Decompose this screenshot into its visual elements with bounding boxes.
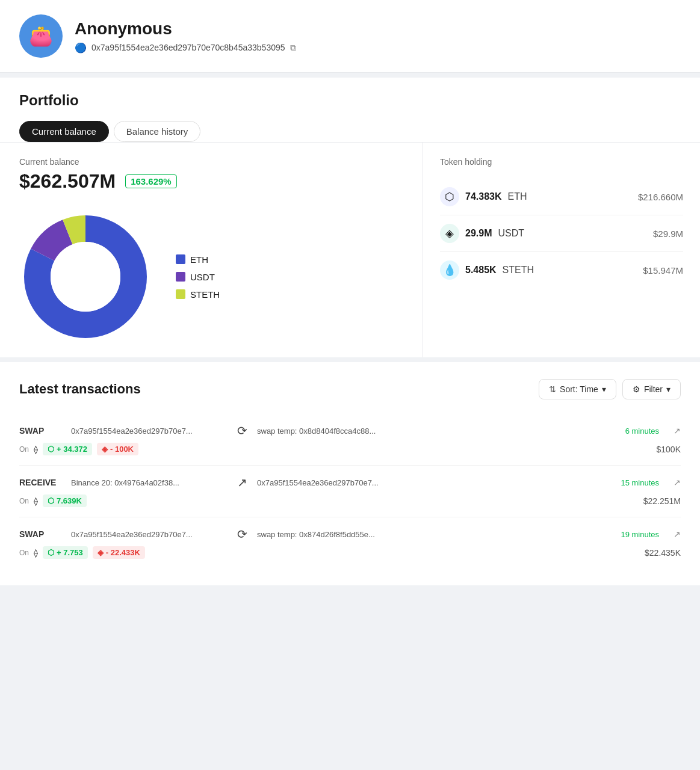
tx-arrow-1: ↗ bbox=[237, 475, 247, 490]
steth-symbol: STETH bbox=[503, 265, 534, 276]
balance-label: Current balance bbox=[19, 157, 403, 167]
tx-row1-2: SWAP 0x7a95f1554ea2e36ed297b70e7... ⟳ sw… bbox=[19, 527, 681, 541]
plus-icon-1: ⬡ bbox=[48, 496, 54, 505]
donut-svg bbox=[19, 211, 152, 343]
tx-chain-icon-1: ⟠ bbox=[34, 496, 38, 506]
chart-legend: ETH USDT STETH bbox=[176, 254, 220, 300]
eth-icon: ⬡ bbox=[440, 187, 459, 206]
portfolio-tabs: Current balance Balance history bbox=[19, 121, 681, 142]
plus-icon-2: ⬡ bbox=[48, 548, 54, 557]
tx-tag-plus-2: ⬡ + 7.753 bbox=[43, 546, 88, 559]
transactions-section: Latest transactions ⇅ Sort: Time ▾ ⚙ Fil… bbox=[0, 362, 700, 585]
legend-label-eth: ETH bbox=[190, 254, 208, 265]
sort-label: Sort: Time bbox=[560, 384, 598, 394]
balance-left-panel: Current balance $262.507M 163.629% bbox=[0, 143, 423, 357]
tx-type-1: RECEIVE bbox=[19, 478, 61, 487]
sort-button[interactable]: ⇅ Sort: Time ▾ bbox=[539, 379, 616, 399]
legend-label-steth: STETH bbox=[190, 289, 220, 300]
tx-from-0: 0x7a95f1554ea2e36ed297b70e7... bbox=[71, 427, 228, 436]
header-controls: ⇅ Sort: Time ▾ ⚙ Filter ▾ bbox=[539, 379, 681, 399]
tx-row2-2: On ⟠ ⬡ + 7.753 ◈ - 22.433K $22.435K bbox=[19, 546, 681, 559]
legend-label-usdt: USDT bbox=[190, 272, 215, 282]
token-row-eth: ⬡ 74.383K ETH $216.660M bbox=[440, 179, 683, 215]
tx-tag-plus-0: ⬡ + 34.372 bbox=[43, 443, 92, 455]
usdt-amount: 29.9M bbox=[465, 228, 492, 239]
tx-value-1: $22.251M bbox=[643, 496, 681, 506]
transaction-row-0: SWAP 0x7a95f1554ea2e36ed297b70e7... ⟳ sw… bbox=[19, 414, 681, 466]
filter-chevron-icon: ▾ bbox=[666, 384, 671, 394]
usdt-icon: ◈ bbox=[440, 224, 459, 243]
token-left-usdt: ◈ 29.9M USDT bbox=[440, 224, 524, 243]
token-row-usdt: ◈ 29.9M USDT $29.9M bbox=[440, 215, 683, 252]
token-row-steth: 💧 5.485K STETH $15.947M bbox=[440, 252, 683, 288]
token-left-eth: ⬡ 74.383K ETH bbox=[440, 187, 527, 206]
tx-on-2: On bbox=[19, 549, 29, 557]
usdt-symbol: USDT bbox=[498, 228, 524, 239]
filter-button[interactable]: ⚙ Filter ▾ bbox=[622, 379, 681, 399]
tx-to-1: 0x7a95f1554ea2e36ed297b70e7... bbox=[257, 478, 413, 487]
tx-row1-1: RECEIVE Binance 20: 0x4976a4a02f38... ↗ … bbox=[19, 475, 681, 490]
filter-label: Filter bbox=[644, 384, 663, 394]
minus-icon-2: ◈ bbox=[98, 548, 104, 557]
tx-value-2: $22.435K bbox=[645, 548, 681, 558]
tx-time-1: 15 minutes bbox=[621, 478, 659, 487]
steth-icon: 💧 bbox=[440, 260, 459, 280]
transactions-header: Latest transactions ⇅ Sort: Time ▾ ⚙ Fil… bbox=[19, 379, 681, 399]
eth-amount: 74.383K bbox=[465, 191, 502, 202]
tab-balance-history[interactable]: Balance history bbox=[114, 121, 201, 142]
transactions-title: Latest transactions bbox=[19, 381, 141, 397]
tx-chain-icon-0: ⟠ bbox=[34, 445, 38, 454]
wallet-address: 0x7a95f1554ea2e36ed297b70e70c8b45a33b530… bbox=[91, 43, 285, 52]
token-holding-title: Token holding bbox=[440, 157, 683, 167]
legend-dot-steth bbox=[176, 289, 185, 299]
tx-on-0: On bbox=[19, 445, 29, 454]
donut-chart bbox=[19, 211, 152, 343]
tx-row2-1: On ⟠ ⬡ 7.639K $22.251M bbox=[19, 494, 681, 507]
legend-eth: ETH bbox=[176, 254, 220, 265]
svg-point-3 bbox=[51, 242, 120, 312]
transaction-row-1: RECEIVE Binance 20: 0x4976a4a02f38... ↗ … bbox=[19, 466, 681, 517]
sort-chevron-icon: ▾ bbox=[602, 384, 606, 394]
filter-icon: ⚙ bbox=[633, 384, 640, 394]
tx-tag-minus-0: ◈ - 100K bbox=[97, 443, 138, 455]
token-holding-panel: Token holding ⬡ 74.383K ETH $216.660M ◈ … bbox=[423, 143, 700, 357]
legend-steth: STETH bbox=[176, 289, 220, 300]
balance-amount: $262.507M bbox=[19, 170, 116, 192]
balance-percentage: 163.629% bbox=[125, 174, 177, 188]
tx-ext-link-0[interactable]: ↗ bbox=[674, 426, 681, 436]
balance-amount-row: $262.507M 163.629% bbox=[19, 170, 403, 192]
transaction-row-2: SWAP 0x7a95f1554ea2e36ed297b70e7... ⟳ sw… bbox=[19, 517, 681, 568]
user-info: Anonymous 🔵 0x7a95f1554ea2e36ed297b70e70… bbox=[75, 19, 296, 54]
steth-value: $15.947M bbox=[643, 265, 683, 276]
legend-usdt: USDT bbox=[176, 272, 220, 282]
plus-icon-0: ⬡ bbox=[48, 445, 54, 454]
balance-content: Current balance $262.507M 163.629% bbox=[0, 142, 700, 357]
header: 👛 Anonymous 🔵 0x7a95f1554ea2e36ed297b70e… bbox=[0, 0, 700, 73]
eth-value: $216.660M bbox=[638, 192, 683, 202]
tx-type-2: SWAP bbox=[19, 529, 61, 539]
chart-area: ETH USDT STETH bbox=[19, 205, 403, 343]
tx-to-0: swap temp: 0x8d8404f8cca4c88... bbox=[257, 427, 413, 436]
tx-arrow-0: ⟳ bbox=[237, 424, 247, 438]
legend-dot-usdt bbox=[176, 272, 185, 282]
address-icon: 🔵 bbox=[75, 42, 87, 54]
tx-value-0: $100K bbox=[657, 445, 681, 454]
copy-address-button[interactable]: ⧉ bbox=[290, 43, 296, 53]
tx-from-2: 0x7a95f1554ea2e36ed297b70e7... bbox=[71, 530, 228, 539]
tx-time-2: 19 minutes bbox=[621, 530, 659, 539]
sort-icon: ⇅ bbox=[549, 384, 556, 394]
tx-ext-link-2[interactable]: ↗ bbox=[674, 529, 681, 539]
usdt-value: $29.9M bbox=[653, 229, 683, 239]
tx-tag-plus-1: ⬡ 7.639K bbox=[43, 494, 87, 507]
tx-from-1: Binance 20: 0x4976a4a02f38... bbox=[71, 478, 228, 487]
tx-ext-link-1[interactable]: ↗ bbox=[674, 478, 681, 487]
portfolio-section: Portfolio Current balance Balance histor… bbox=[0, 78, 700, 142]
tx-row2-0: On ⟠ ⬡ + 34.372 ◈ - 100K $100K bbox=[19, 443, 681, 455]
steth-amount: 5.485K bbox=[465, 265, 497, 276]
tab-current-balance[interactable]: Current balance bbox=[19, 121, 109, 142]
avatar: 👛 bbox=[19, 14, 63, 58]
tx-arrow-2: ⟳ bbox=[237, 527, 247, 541]
tx-time-0: 6 minutes bbox=[625, 427, 659, 436]
token-left-steth: 💧 5.485K STETH bbox=[440, 260, 534, 280]
tx-row1-0: SWAP 0x7a95f1554ea2e36ed297b70e7... ⟳ sw… bbox=[19, 424, 681, 438]
